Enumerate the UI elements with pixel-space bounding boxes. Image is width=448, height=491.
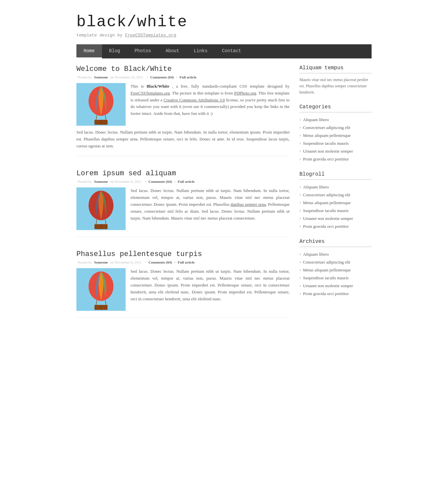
article-2-comments[interactable]: Comments (64) xyxy=(149,180,172,183)
article-2-full[interactable]: Full article xyxy=(178,180,195,183)
nav-link-about[interactable]: About xyxy=(158,44,187,57)
article-2-meta: Posted by Someone on November 8, 2011 • … xyxy=(76,180,290,183)
nav-link-home[interactable]: Home xyxy=(76,44,102,58)
article-3-image xyxy=(76,268,126,311)
site-title: black/white xyxy=(76,13,372,31)
article-2-title: Lorem ipsum sed aliquam xyxy=(76,169,290,178)
nav-item-contact[interactable]: Contact xyxy=(215,44,249,58)
list-item: Aliquam libero xyxy=(299,250,372,258)
sidebar-categories: Categories Aliquam libero Consectetuer a… xyxy=(299,104,372,163)
sidebar-archives: Archives Aliquam libero Consectetuer adi… xyxy=(299,239,372,298)
site-header: black/white template design by FreeCSSTe… xyxy=(76,0,372,44)
nav-item-links[interactable]: Links xyxy=(187,44,215,58)
nav-item-blog[interactable]: Blog xyxy=(102,44,128,58)
list-item: Metus aliquam pellentesque xyxy=(299,266,372,274)
list-item: Urnanet non molestie semper xyxy=(299,215,372,223)
list-item: Urnanet non molestie semper xyxy=(299,282,372,290)
list-item: Suspendisse iaculis mauris xyxy=(299,207,372,215)
sidebar-archives-title: Archives xyxy=(299,239,372,247)
nav-link-blog[interactable]: Blog xyxy=(102,44,128,57)
article-1-title: Welcome to Black/White xyxy=(76,65,290,73)
article-1-full-text: Sed lacus. Donec lectus. Nullam pretium … xyxy=(76,129,290,149)
article-1-author[interactable]: Someone xyxy=(94,75,108,79)
list-item: Metus aliquam pellentesque xyxy=(299,199,372,207)
article-2-text: Sed lacus. Donec lectus. Nullam pretium … xyxy=(131,187,290,230)
list-item: Metus aliquam pellentesque xyxy=(299,132,372,139)
list-item: Aliquam libero xyxy=(299,183,372,191)
article-3-author[interactable]: Someone xyxy=(94,260,108,264)
blogroll-list: Aliquam libero Consectetuer adipiscing e… xyxy=(299,183,372,230)
main-content: Welcome to Black/White Posted by Someone… xyxy=(76,65,290,331)
article-2-image xyxy=(76,187,126,230)
archives-list: Aliquam libero Consectetuer adipiscing e… xyxy=(299,250,372,298)
article-2-author[interactable]: Someone xyxy=(94,180,108,183)
list-item: Aliquam libero xyxy=(299,116,372,124)
list-item: Proin gravida orci porttitor xyxy=(299,223,372,230)
article-1-full[interactable]: Full article xyxy=(179,75,196,79)
sidebar-aliquam-tempus: Aliquam tempus Mauris vitae nisl nec met… xyxy=(299,65,372,96)
sidebar-blogroll-title: Blogroll xyxy=(299,171,372,180)
article-1: Welcome to Black/White Posted by Someone… xyxy=(76,65,290,156)
nav-item-photos[interactable]: Photos xyxy=(127,44,158,58)
sidebar-aliquam-tempus-title: Aliquam tempus xyxy=(299,65,372,74)
article-3-meta: Posted by Someone on November 8, 2011 • … xyxy=(76,260,290,264)
nav-link-photos[interactable]: Photos xyxy=(127,44,158,57)
list-item: Consectetuer adipiscing elit xyxy=(299,191,372,199)
sidebar-categories-title: Categories xyxy=(299,104,372,113)
categories-list: Aliquam libero Consectetuer adipiscing e… xyxy=(299,116,372,163)
article-3-full[interactable]: Full article xyxy=(178,260,195,264)
article-1-comments[interactable]: Comments (64) xyxy=(150,75,174,79)
article-3-comments[interactable]: Comments (64) xyxy=(149,260,172,264)
nav-item-about[interactable]: About xyxy=(158,44,187,58)
list-item: Proin gravida orci porttitor xyxy=(299,290,372,298)
nav-item-home[interactable]: Home xyxy=(76,44,102,58)
list-item: Urnanet non molestie semper xyxy=(299,147,372,155)
list-item: Consectetuer adipiscing elit xyxy=(299,124,372,132)
nav-link-contact[interactable]: Contact xyxy=(215,44,249,57)
article-1-meta: Posted by Someone on November 10, 2011 •… xyxy=(76,75,290,79)
nav-link-links[interactable]: Links xyxy=(187,44,215,57)
sidebar-blogroll: Blogroll Aliquam libero Consectetuer adi… xyxy=(299,171,372,230)
article-2: Lorem ipsum sed aliquam Posted by Someon… xyxy=(76,169,290,237)
article-3-content: Sed lacus. Donec lectus. Nullam pretium … xyxy=(76,268,290,311)
article-3: Phasellus pellentesque turpis Posted by … xyxy=(76,250,290,318)
site-tagline: template design by FreeCSSTemplates.org xyxy=(76,33,372,38)
list-item: Suspendisse iaculis mauris xyxy=(299,274,372,282)
article-2-content: Sed lacus. Donec lectus. Nullam pretium … xyxy=(76,187,290,230)
sidebar-aliquam-tempus-text: Mauris vitae nisl nec metus placerat per… xyxy=(299,77,372,96)
article-1-text: This is Black/White , a free, fully stan… xyxy=(131,83,290,126)
tagline-link[interactable]: FreeCSSTemplates.org xyxy=(125,33,176,38)
nav-list: Home Blog Photos About Links Contact xyxy=(76,44,372,58)
sidebar: Aliquam tempus Mauris vitae nisl nec met… xyxy=(299,65,372,331)
list-item: Proin gravida orci porttitor xyxy=(299,155,372,163)
article-3-text: Sed lacus. Donec lectus. Nullam pretium … xyxy=(131,268,290,311)
article-1-image xyxy=(76,83,126,126)
list-item: Consectetuer adipiscing elit xyxy=(299,258,372,266)
list-item: Suspendisse iaculis mauris xyxy=(299,139,372,147)
article-3-title: Phasellus pellentesque turpis xyxy=(76,250,290,258)
main-nav: Home Blog Photos About Links Contact xyxy=(76,44,372,58)
article-1-content: This is Black/White , a free, fully stan… xyxy=(76,83,290,126)
